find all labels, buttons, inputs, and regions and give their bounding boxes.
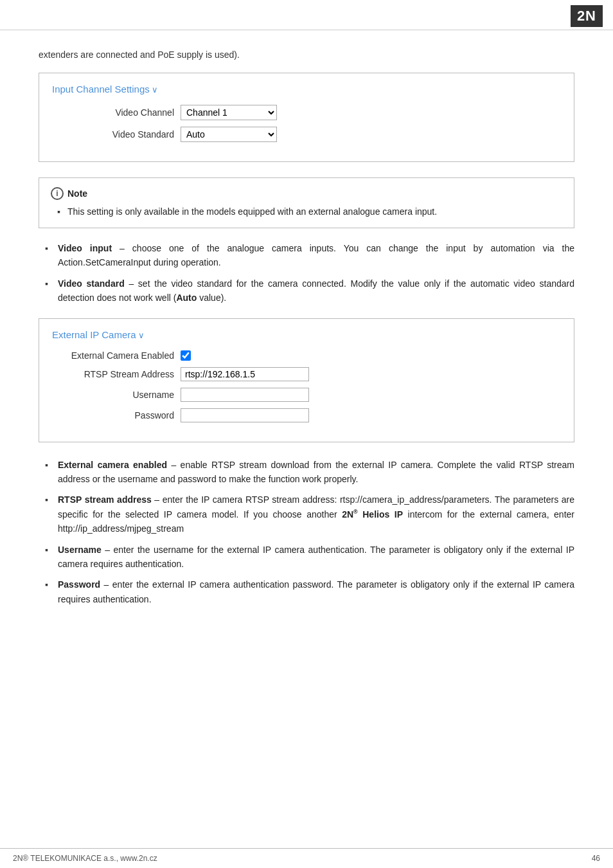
note-box: i Note This setting is only available in… (39, 177, 574, 228)
description-list-2: External camera enabled – enable RTSP st… (39, 458, 574, 607)
desc-text-2: – set the video standard for the camera … (58, 278, 574, 303)
video-standard-row: Video Standard Auto PAL NTSC (52, 127, 561, 142)
video-channel-control: Channel 1 Channel 2 (181, 105, 277, 120)
top-bar: 2N (0, 0, 613, 30)
ext-camera-enabled-label: External Camera Enabled (52, 350, 181, 361)
desc-bold-ext-4: Password (58, 579, 100, 590)
page-footer: 2N® TELEKOMUNIKACE a.s., www.2n.cz 46 (0, 848, 613, 868)
footer-left: 2N® TELEKOMUNIKACE a.s., www.2n.cz (13, 854, 157, 863)
footer-page-number: 46 (592, 854, 600, 863)
note-header: i Note (51, 187, 562, 200)
password-label: Password (52, 410, 181, 420)
desc-helios-bold: 2N® Helios IP (342, 509, 403, 520)
note-item: This setting is only available in the mo… (57, 205, 562, 219)
video-standard-control: Auto PAL NTSC (181, 127, 277, 142)
desc-auto-bold: Auto (176, 293, 197, 303)
username-label: Username (52, 390, 181, 400)
ext-camera-enabled-checkbox[interactable] (181, 350, 191, 361)
video-channel-label: Video Channel (52, 107, 181, 118)
desc-bold-1: Video input (58, 243, 112, 253)
desc-item-username: Username – enter the username for the ex… (45, 543, 574, 572)
video-standard-label: Video Standard (52, 129, 181, 140)
desc-item-rtsp-address: RTSP stream address – enter the IP camer… (45, 493, 574, 536)
desc-item-video-standard: Video standard – set the video standard … (45, 276, 574, 305)
rtsp-address-control (181, 367, 309, 381)
external-ip-section: External IP Camera External Camera Enabl… (39, 318, 574, 442)
desc-bold-ext-1: External camera enabled (58, 460, 167, 470)
desc-bold-2: Video standard (58, 278, 125, 289)
username-input[interactable] (181, 388, 309, 402)
video-standard-select[interactable]: Auto PAL NTSC (181, 127, 277, 142)
external-ip-title[interactable]: External IP Camera (52, 329, 561, 340)
password-input[interactable] (181, 408, 309, 422)
password-row: Password (52, 408, 561, 422)
rtsp-address-label: RTSP Stream Address (52, 369, 181, 379)
main-content: extenders are connected and PoE supply i… (0, 30, 613, 638)
desc-item-password: Password – enter the external IP camera … (45, 577, 574, 606)
desc-text-ext-3: – enter the username for the external IP… (58, 545, 574, 569)
desc-bold-ext-3: Username (58, 545, 102, 555)
input-channel-section: Input Channel Settings Video Channel Cha… (39, 73, 574, 162)
desc-item-ext-camera-enabled: External camera enabled – enable RTSP st… (45, 458, 574, 487)
desc-item-video-input: Video input – choose one of the analogue… (45, 241, 574, 270)
username-row: Username (52, 388, 561, 402)
desc-text-1: – choose one of the analogue camera inpu… (58, 243, 574, 267)
ext-camera-enabled-control (181, 350, 191, 361)
rtsp-address-row: RTSP Stream Address (52, 367, 561, 381)
desc-text-2b: value). (197, 293, 226, 303)
rtsp-address-input[interactable] (181, 367, 309, 381)
description-list-1: Video input – choose one of the analogue… (39, 241, 574, 305)
desc-text-ext-4: – enter the external IP camera authentic… (58, 579, 574, 604)
intro-text: extenders are connected and PoE supply i… (39, 50, 574, 60)
password-control (181, 408, 309, 422)
video-channel-row: Video Channel Channel 1 Channel 2 (52, 105, 561, 120)
note-body: This setting is only available in the mo… (51, 205, 562, 219)
video-channel-select[interactable]: Channel 1 Channel 2 (181, 105, 277, 120)
note-title: Note (67, 188, 87, 199)
ext-camera-enabled-row: External Camera Enabled (52, 350, 561, 361)
info-icon: i (51, 187, 64, 200)
input-channel-title[interactable]: Input Channel Settings (52, 84, 561, 95)
logo: 2N (571, 5, 603, 27)
desc-bold-ext-2: RTSP stream address (58, 494, 152, 505)
username-control (181, 388, 309, 402)
